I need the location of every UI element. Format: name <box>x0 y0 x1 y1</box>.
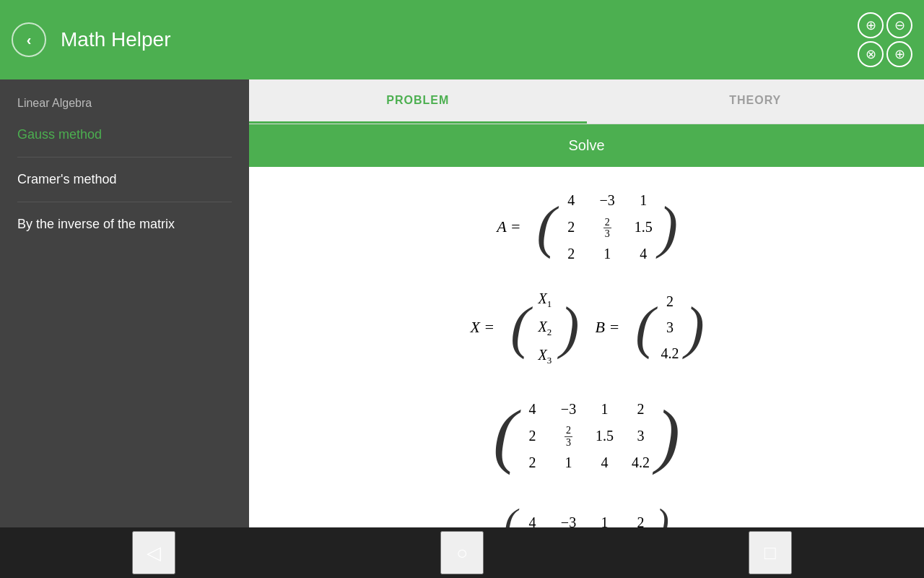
right-bracket-aug: ) <box>656 400 680 472</box>
cell-a-12: −3 <box>596 189 618 212</box>
left-bracket-x: ( <box>510 298 530 356</box>
sidebar-item-inverse[interactable]: By the inverse of the matrix <box>0 202 249 246</box>
cell-a-22: 2 3 <box>596 215 618 239</box>
right-bracket-partial: ) <box>656 503 669 527</box>
bottom-nav: ◁ ○ □ <box>0 527 924 578</box>
aug-21: 2 <box>522 424 544 447</box>
solve-button[interactable]: Solve <box>249 124 924 167</box>
aug-14: 2 <box>630 397 652 420</box>
cell-x3: X3 <box>534 343 556 368</box>
augmented-matrix-row: ( 4 −3 1 2 2 2 <box>486 397 687 474</box>
vector-b-cells: 2 3 4.2 <box>659 290 681 365</box>
sidebar: Linear Algebra Gauss method Cramer's met… <box>0 79 249 527</box>
cell-a-21: 2 <box>560 215 582 238</box>
nav-back-button[interactable]: ◁ <box>132 531 175 574</box>
content-area: PROBLEM THEORY Solve A = ( 4 −3 1 <box>249 79 924 527</box>
app-title: Math Helper <box>61 28 858 51</box>
vector-b-row-2: 3 <box>659 316 681 339</box>
augmented-matrix-cells: 4 −3 1 2 2 2 3 <box>522 397 652 474</box>
aug-24: 3 <box>630 424 652 447</box>
main-area: Linear Algebra Gauss method Cramer's met… <box>0 79 924 527</box>
fraction-2-3: 2 3 <box>603 217 611 240</box>
partial-matrix-wrapper: ( 4 −3 1 2 ) <box>504 503 669 527</box>
sidebar-item-gauss[interactable]: Gauss method <box>0 113 249 157</box>
nav-home-button[interactable]: ○ <box>440 531 484 574</box>
cell-b3: 4.2 <box>659 342 681 365</box>
aug-33: 4 <box>594 451 616 474</box>
aug-13: 1 <box>594 397 616 420</box>
augmented-matrix-wrapper: ( 4 −3 1 2 2 2 <box>493 397 680 474</box>
partial-13: 1 <box>594 511 616 527</box>
matrix-a-row-2: 2 2 3 1.5 <box>560 215 654 239</box>
aug-23: 1.5 <box>594 424 616 447</box>
cell-a-23: 1.5 <box>632 215 654 238</box>
tab-theory[interactable]: THEORY <box>587 79 925 124</box>
matrix-a-wrapper: ( 4 −3 1 2 2 3 <box>537 189 678 265</box>
partial-11: 4 <box>522 511 544 527</box>
add-icon[interactable]: ⊕ <box>886 41 912 67</box>
aug-32: 1 <box>558 451 580 474</box>
aug-row-3: 2 1 4 4.2 <box>522 451 652 474</box>
left-bracket-partial: ( <box>504 503 517 527</box>
vector-x-cells: X1 X2 X3 <box>534 287 556 368</box>
partial-12: −3 <box>558 511 580 527</box>
vector-x-row-3: X3 <box>534 343 556 368</box>
aug-34: 4.2 <box>630 451 652 474</box>
matrix-a-row: A = ( 4 −3 1 2 2 <box>488 189 685 265</box>
left-bracket-b: ( <box>635 298 655 356</box>
cell-x2: X2 <box>534 315 556 340</box>
vector-b-row-1: 2 <box>659 290 681 313</box>
vector-x-row-1: X1 <box>534 287 556 312</box>
aug-31: 2 <box>522 451 544 474</box>
left-bracket-a: ( <box>537 198 557 256</box>
close-icon[interactable]: ⊗ <box>858 41 884 67</box>
nav-home-icon: ○ <box>456 542 468 564</box>
right-bracket-b: ) <box>685 298 705 356</box>
back-button[interactable]: ‹ <box>12 22 46 57</box>
tabs: PROBLEM THEORY <box>249 79 924 124</box>
partial-row-1: 4 −3 1 2 <box>522 511 652 527</box>
partial-matrix-row: ( 4 −3 1 2 ) <box>497 503 676 527</box>
cell-b1: 2 <box>659 290 681 313</box>
math-content: A = ( 4 −3 1 2 2 <box>249 167 924 527</box>
sidebar-item-cramer[interactable]: Cramer's method <box>0 158 249 202</box>
fraction-aug-2-3: 2 3 <box>565 425 572 448</box>
aug-12: −3 <box>558 397 580 420</box>
right-bracket-x: ) <box>560 298 580 356</box>
nav-back-icon: ◁ <box>147 542 161 564</box>
nav-recents-icon: □ <box>764 542 776 564</box>
vector-b-wrapper: ( 2 3 4.2 ) <box>635 290 704 365</box>
top-icons-group: ⊕ ⊖ ⊗ ⊕ <box>858 12 912 67</box>
right-bracket-a: ) <box>658 198 678 256</box>
cell-x1: X1 <box>534 287 556 312</box>
matrix-a-cells: 4 −3 1 2 2 3 1.5 <box>560 189 654 265</box>
matrix-a-row-3: 2 1 4 <box>560 242 654 265</box>
zoom-out-icon[interactable]: ⊖ <box>886 12 912 38</box>
nav-recents-button[interactable]: □ <box>749 531 792 574</box>
aug-row-1: 4 −3 1 2 <box>522 397 652 420</box>
aug-11: 4 <box>522 397 544 420</box>
sidebar-header: Linear Algebra <box>0 79 249 113</box>
partial-14: 2 <box>630 511 652 527</box>
cell-b2: 3 <box>659 316 681 339</box>
cell-a-31: 2 <box>560 242 582 265</box>
tab-problem[interactable]: PROBLEM <box>249 79 587 124</box>
vector-b-row-3: 4.2 <box>659 342 681 365</box>
left-bracket-aug: ( <box>493 400 517 472</box>
aug-row-2: 2 2 3 1.5 3 <box>522 423 652 448</box>
vector-xb-row: X = ( X1 X2 X3 ) <box>461 287 711 368</box>
vector-b-label: B = <box>596 318 620 337</box>
aug-22: 2 3 <box>558 423 580 448</box>
vector-x-wrapper: ( X1 X2 X3 ) <box>510 287 579 368</box>
cell-a-32: 1 <box>596 242 618 265</box>
cell-a-33: 4 <box>632 242 654 265</box>
cell-a-13: 1 <box>632 189 654 212</box>
top-bar: ‹ Math Helper ⊕ ⊖ ⊗ ⊕ <box>0 0 924 79</box>
cell-a-11: 4 <box>560 189 582 212</box>
back-icon: ‹ <box>27 32 32 48</box>
vector-x-label: X = <box>470 318 494 337</box>
zoom-in-icon[interactable]: ⊕ <box>858 12 884 38</box>
matrix-a-label: A = <box>497 217 520 236</box>
matrix-a-row-1: 4 −3 1 <box>560 189 654 212</box>
partial-matrix-cells: 4 −3 1 2 <box>522 511 652 527</box>
